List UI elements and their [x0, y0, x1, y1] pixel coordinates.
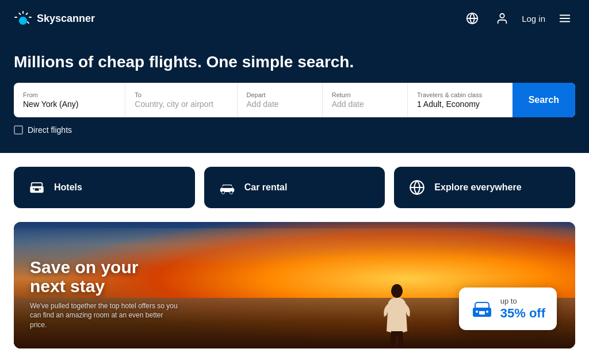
svg-point-27	[476, 311, 478, 313]
login-button[interactable]: Log in	[522, 14, 545, 24]
hotel-banner[interactable]: Save on your next stay We've pulled toge…	[14, 222, 575, 348]
svg-rect-20	[222, 186, 226, 188]
explore-button[interactable]: Explore everywhere	[394, 167, 575, 208]
hotels-label: Hotels	[54, 182, 82, 193]
discount-text-container: up to 35% off	[500, 297, 545, 321]
svg-rect-5	[18, 12, 21, 15]
svg-point-28	[486, 311, 488, 313]
discount-prefix: up to	[500, 297, 545, 306]
svg-point-16	[40, 188, 41, 189]
direct-flights-row: Direct flights	[14, 125, 575, 135]
depart-field[interactable]: Depart Add date	[238, 83, 323, 117]
navbar-actions: Log in	[462, 8, 575, 29]
banner-subtitle: We've pulled together the top hotel offe…	[30, 301, 179, 330]
direct-flights-checkbox[interactable]	[14, 125, 23, 135]
car-rental-label: Car rental	[244, 182, 288, 193]
to-label: To	[135, 91, 227, 98]
hotels-button[interactable]: Hotels	[14, 167, 195, 208]
hero-section: Millions of cheap flights. One simple se…	[0, 37, 589, 153]
car-icon	[218, 178, 236, 197]
explore-icon	[408, 178, 426, 197]
logo-text: Skyscanner	[37, 13, 95, 25]
banner-title: Save on your next stay	[30, 258, 179, 296]
discount-hotel-icon	[471, 297, 494, 320]
from-label: From	[23, 91, 116, 98]
svg-rect-26	[479, 311, 485, 315]
return-placeholder: Add date	[332, 99, 398, 109]
depart-placeholder: Add date	[247, 99, 313, 109]
svg-rect-1	[22, 11, 24, 14]
travelers-field[interactable]: Travelers & cabin class 1 Adult, Economy	[408, 83, 512, 117]
globe-button[interactable]	[462, 8, 483, 29]
svg-point-15	[33, 188, 34, 189]
return-label: Return	[332, 91, 398, 98]
search-bar: From New York (Any) To Country, city or …	[14, 83, 575, 117]
svg-rect-2	[25, 12, 28, 15]
discount-value: 35% off	[500, 306, 545, 321]
account-button[interactable]	[492, 8, 512, 29]
svg-rect-21	[228, 186, 232, 188]
account-icon	[496, 12, 508, 25]
logo-icon	[14, 9, 32, 28]
car-rental-button[interactable]: Car rental	[204, 167, 385, 208]
depart-label: Depart	[247, 91, 313, 98]
svg-rect-14	[35, 188, 39, 191]
login-label: Log in	[522, 14, 545, 24]
hero-title: Millions of cheap flights. One simple se…	[14, 53, 575, 71]
svg-point-24	[391, 284, 403, 298]
svg-point-9	[500, 14, 504, 18]
navbar: Skyscanner Log in	[0, 0, 589, 37]
svg-point-19	[230, 191, 232, 194]
to-field[interactable]: To Country, city or airport	[125, 83, 237, 117]
hotel-icon	[28, 178, 46, 197]
svg-point-18	[221, 191, 224, 194]
to-placeholder: Country, city or airport	[135, 99, 227, 109]
from-field[interactable]: From New York (Any)	[14, 83, 125, 117]
search-button[interactable]: Search	[512, 83, 575, 117]
discount-card: up to 35% off	[459, 288, 557, 330]
banner-text: Save on your next stay We've pulled toge…	[30, 258, 179, 330]
svg-rect-6	[14, 17, 17, 18]
explore-label: Explore everywhere	[434, 182, 521, 193]
direct-flights-label: Direct flights	[28, 125, 72, 135]
return-field[interactable]: Return Add date	[323, 83, 408, 117]
travelers-value: 1 Adult, Economy	[417, 99, 503, 109]
travelers-label: Travelers & cabin class	[417, 91, 503, 98]
hamburger-icon	[559, 12, 571, 25]
from-value: New York (Any)	[23, 99, 116, 109]
svg-rect-3	[29, 17, 32, 18]
category-buttons: Hotels Car rental	[14, 167, 575, 208]
svg-point-0	[19, 17, 27, 25]
menu-button[interactable]	[554, 8, 575, 29]
person-silhouette	[380, 279, 414, 348]
logo: Skyscanner	[14, 9, 95, 28]
main-content: Hotels Car rental	[0, 153, 589, 362]
globe-nav-icon	[466, 12, 479, 25]
svg-rect-4	[26, 21, 29, 24]
